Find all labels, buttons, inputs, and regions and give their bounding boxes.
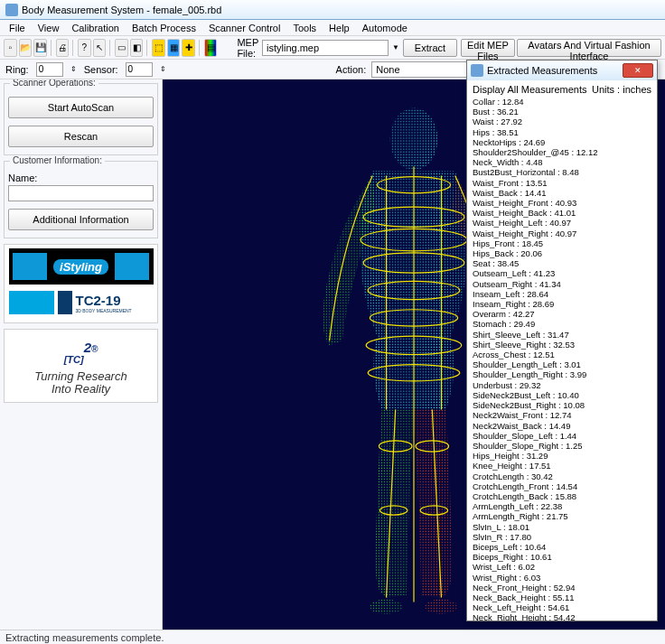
measurement-row: Inseam_Left : 28.64	[473, 289, 651, 299]
menu-bar: FileViewCalibrationBatch ProcessScanner …	[0, 20, 665, 36]
measurement-row: Neck_Width : 4.48	[473, 157, 651, 167]
tc2-19-logo: TC2-193D BODY MEASUREMENT	[9, 286, 154, 319]
measurement-row: SlvIn_L : 18.01	[473, 522, 651, 532]
mep-file-input[interactable]	[262, 40, 389, 56]
name-label: Name:	[8, 173, 154, 183]
measurement-row: Hips_Front : 18.45	[473, 238, 651, 248]
measurement-row: Outseam_Right : 41.34	[473, 279, 651, 289]
measurement-row: Hips_Back : 20.06	[473, 248, 651, 258]
measurement-row: Hips_Height : 31.29	[473, 451, 651, 461]
measurement-row: Waist_Height_Front : 40.93	[473, 198, 651, 208]
measurement-row: Neck_Back_Height : 55.11	[473, 593, 651, 602]
tool-open-icon[interactable]: 📂	[19, 39, 33, 57]
popup-icon	[471, 64, 483, 77]
measurement-row: Neck_Front_Height : 52.94	[473, 583, 651, 593]
menu-automode[interactable]: Automode	[357, 22, 413, 34]
avatars-button[interactable]: Avatars And Virtual Fashion Interface	[517, 39, 661, 57]
measurement-row: Shirt_Sleeve_Left : 31.47	[473, 330, 651, 340]
svg-point-5	[425, 600, 458, 614]
istyling-logo: iStyling	[9, 248, 154, 285]
tool-print-icon[interactable]: 🖨	[56, 39, 70, 57]
tool-cross-icon[interactable]: ✚	[182, 39, 195, 57]
measurement-row: SideNeck2Bust_Right : 10.08	[473, 400, 651, 410]
measurement-row: Waist : 27.92	[473, 117, 651, 126]
measurement-row: CrotchLength_Front : 14.54	[473, 481, 651, 491]
menu-tools[interactable]: Tools	[287, 22, 322, 34]
tool-figure-icon[interactable]: ⬚	[152, 39, 165, 57]
logo-panel-1: iStyling TC2-193D BODY MEASUREMENT	[4, 244, 158, 323]
measurement-row: Across_Chest : 12.51	[473, 350, 651, 359]
sensor-spinner[interactable]	[126, 62, 153, 77]
name-input[interactable]	[8, 185, 154, 201]
tool-save-icon[interactable]: 💾	[33, 39, 47, 57]
additional-info-button[interactable]: Additional Information	[8, 209, 154, 230]
measurement-row: Shirt_Sleeve_Right : 32.53	[473, 340, 651, 350]
menu-help[interactable]: Help	[323, 22, 355, 34]
rescan-button[interactable]: Rescan	[8, 126, 154, 147]
menu-calibration[interactable]: Calibration	[66, 22, 125, 34]
tool-pointer-icon[interactable]: ↖	[93, 39, 107, 57]
measurements-list[interactable]: Display All Measurements Units : inches …	[467, 80, 657, 621]
customer-info-group: Customer Information: Name: Additional I…	[4, 161, 158, 238]
menu-view[interactable]: View	[33, 22, 65, 34]
measurement-row: Biceps_Right : 10.61	[473, 552, 651, 562]
ring-spinner[interactable]	[36, 62, 63, 77]
action-select[interactable]	[371, 61, 480, 78]
measurement-row: Waist_Height_Left : 40.97	[473, 218, 651, 228]
measurement-row: Seat : 38.45	[473, 258, 651, 268]
extracted-measurements-window[interactable]: Extracted Measurements ✕ Display All Mea…	[466, 60, 658, 621]
menu-file[interactable]: File	[4, 22, 31, 34]
measurement-row: Neck2Waist_Back : 14.49	[473, 421, 651, 431]
tool-color-icon[interactable]: ▤	[204, 39, 218, 57]
app-icon	[5, 4, 18, 16]
popup-title-bar[interactable]: Extracted Measurements ✕	[467, 61, 657, 80]
tool-panel-icon[interactable]: ◧	[130, 39, 144, 57]
svg-point-4	[370, 600, 403, 614]
measurement-row: Shoulder_Length_Right : 3.99	[473, 369, 651, 379]
tc2-big-logo: [TC]2®	[10, 335, 152, 370]
status-text: Extracting measurements complete.	[5, 632, 164, 643]
ring-label: Ring:	[5, 64, 29, 75]
close-button[interactable]: ✕	[623, 63, 653, 78]
ring-spin-icon[interactable]: ⇕	[70, 65, 77, 73]
status-bar: Extracting measurements complete.	[0, 630, 665, 644]
tool-new-icon[interactable]: ▫	[4, 39, 17, 57]
measurement-row: Neck2Waist_Front : 12.74	[473, 410, 651, 420]
mep-file-label: MEP File:	[237, 37, 258, 59]
tagline-2: Into Reality	[10, 383, 152, 396]
measurement-row: CrotchLength : 30.42	[473, 471, 651, 481]
measurement-row: Neck_Right_Height : 54.42	[473, 612, 651, 621]
left-panel: Scanner Operations: Start AutoScan Resca…	[0, 79, 163, 630]
sensor-spin-icon[interactable]: ⇕	[160, 65, 166, 73]
start-autoscan-button[interactable]: Start AutoScan	[8, 97, 154, 118]
menu-batch-process[interactable]: Batch Process	[126, 22, 201, 34]
logo-panel-2: [TC]2® Turning Research Into Reality	[4, 329, 158, 403]
measurement-row: Collar : 12.84	[473, 97, 651, 107]
measurement-row: Waist_Height_Right : 40.97	[473, 229, 651, 238]
extract-button[interactable]: Extract	[403, 39, 457, 57]
measurement-row: ArmLength_Right : 21.75	[473, 511, 651, 521]
sensor-label: Sensor:	[84, 64, 118, 75]
tool-crop-icon[interactable]: ▭	[115, 39, 128, 57]
svg-point-3	[390, 107, 438, 170]
measurement-row: NecktoHips : 24.69	[473, 137, 651, 147]
measurement-row: Shoulder_Slope_Right : 1.25	[473, 441, 651, 451]
measurement-row: Waist_Front : 13.51	[473, 178, 651, 188]
tool-help-icon[interactable]: ?	[78, 39, 91, 57]
measurement-row: Stomach : 29.49	[473, 319, 651, 329]
edit-mep-button[interactable]: Edit MEP Files	[461, 39, 515, 57]
measurement-row: Bust2Bust_Horizontal : 8.48	[473, 167, 651, 177]
measurement-row: Overarm : 42.27	[473, 309, 651, 319]
popup-header-right: Units : inches	[592, 84, 651, 95]
measurement-row: Neck_Left_Height : 54.61	[473, 602, 651, 612]
measurement-row: Waist_Back : 14.41	[473, 188, 651, 198]
measurement-row: Shoulder_Length_Left : 3.01	[473, 359, 651, 369]
measurement-row: Wrist_Left : 6.02	[473, 562, 651, 572]
measurement-row: Inseam_Right : 28.69	[473, 299, 651, 309]
measurement-row: Shoulder_Slope_Left : 1.44	[473, 431, 651, 441]
tool-thumbs-icon[interactable]: ▦	[167, 39, 181, 57]
measurement-row: Outseam_Left : 41.23	[473, 268, 651, 278]
mep-dropdown-icon[interactable]: ▼	[392, 43, 399, 51]
measurement-row: SlvIn_R : 17.80	[473, 532, 651, 542]
menu-scanner-control[interactable]: Scanner Control	[203, 22, 286, 34]
